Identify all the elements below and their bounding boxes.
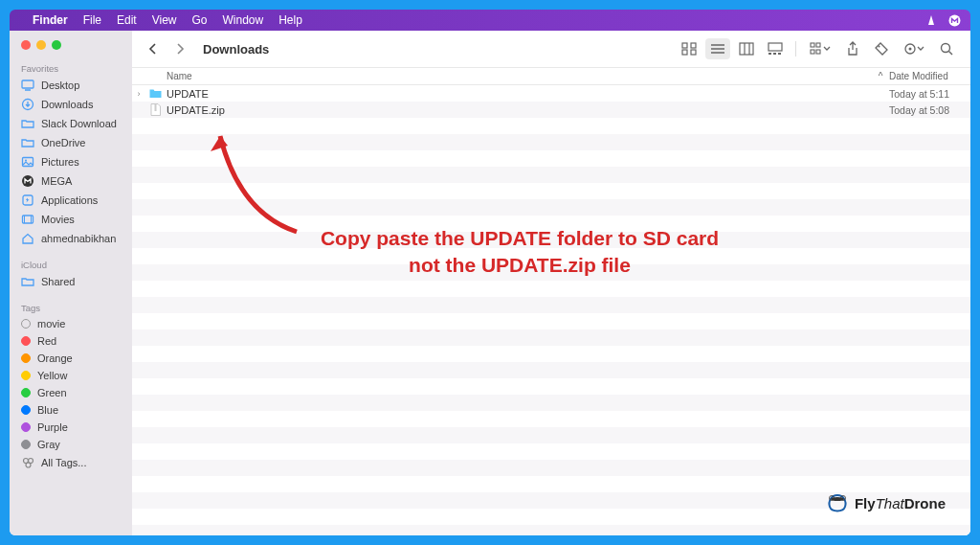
sidebar-item-downloads[interactable]: Downloads <box>10 95 132 114</box>
sidebar-item-shared[interactable]: Shared <box>10 272 132 291</box>
share-button[interactable] <box>840 38 865 59</box>
svg-rect-25 <box>768 53 771 55</box>
view-list-button[interactable] <box>705 38 730 59</box>
view-columns-button[interactable] <box>734 38 759 59</box>
sidebar-item-desktop[interactable]: Desktop <box>10 76 132 95</box>
tags-header: Tags <box>10 299 132 315</box>
zip-file-icon <box>149 103 162 116</box>
sidebar-item-pictures[interactable]: Pictures <box>10 152 132 171</box>
sidebar-label: OneDrive <box>41 137 85 148</box>
svg-rect-17 <box>691 50 696 55</box>
menu-go[interactable]: Go <box>192 13 208 27</box>
close-button[interactable] <box>21 40 31 50</box>
tag-label: Gray <box>37 439 60 450</box>
sidebar-label: Pictures <box>41 156 79 168</box>
svg-rect-27 <box>778 53 781 55</box>
sidebar-item-movies[interactable]: Movies <box>10 210 132 229</box>
watermark-text: FlyThatDrone <box>855 495 946 511</box>
sidebar-item-home[interactable]: ahmednabikhan <box>10 229 132 248</box>
toolbar: Downloads <box>132 31 970 67</box>
tag-dot-icon <box>21 422 31 432</box>
sidebar-item-onedrive[interactable]: OneDrive <box>10 133 132 152</box>
tag-dot-icon <box>21 405 31 415</box>
column-name[interactable]: Name <box>132 71 872 81</box>
sidebar-tag-item[interactable]: Orange <box>10 350 132 367</box>
disclosure-triangle-icon[interactable]: › <box>132 89 145 99</box>
sidebar-tag-item[interactable]: Red <box>10 332 132 350</box>
search-button[interactable] <box>934 38 959 59</box>
favorites-header: Favorites <box>10 59 132 76</box>
pictures-icon <box>21 155 34 169</box>
group-by-button[interactable] <box>804 38 836 59</box>
sidebar-item-applications[interactable]: Applications <box>10 191 132 210</box>
tag-label: Red <box>37 335 56 347</box>
minimize-button[interactable] <box>36 40 46 50</box>
file-row-folder[interactable]: › UPDATE Today at 5:11 <box>132 85 970 102</box>
svg-rect-15 <box>691 43 696 48</box>
app-name[interactable]: Finder <box>33 13 68 27</box>
sidebar-label: MEGA <box>41 175 72 187</box>
tag-dot-icon <box>21 319 31 329</box>
sidebar-item-slack-download[interactable]: Slack Download <box>10 114 132 133</box>
tag-label: Orange <box>37 352 73 364</box>
sidebar-tag-item[interactable]: Purple <box>10 419 132 436</box>
sidebar-tag-item[interactable]: Blue <box>10 401 132 419</box>
action-button[interactable] <box>898 38 930 59</box>
icloud-header: iCloud <box>10 256 132 272</box>
sort-indicator-icon[interactable]: ^ <box>872 71 889 81</box>
zoom-button[interactable] <box>52 40 61 50</box>
folder-icon <box>21 117 34 130</box>
svg-point-34 <box>909 48 912 51</box>
svg-rect-14 <box>682 43 687 48</box>
folder-icon <box>21 136 34 149</box>
view-icons-button[interactable] <box>677 38 702 59</box>
file-row-zip[interactable]: UPDATE.zip Today at 5:08 <box>132 102 970 118</box>
tag-dot-icon <box>21 336 31 346</box>
svg-rect-16 <box>682 50 687 55</box>
sidebar-tag-item[interactable]: Yellow <box>10 367 132 384</box>
svg-rect-26 <box>773 53 776 55</box>
download-icon <box>21 98 34 111</box>
file-date: Today at 5:11 <box>889 88 970 100</box>
watermark: FlyThatDrone <box>824 489 946 516</box>
menu-help[interactable]: Help <box>278 13 302 27</box>
tag-button[interactable] <box>869 38 894 59</box>
view-gallery-button[interactable] <box>763 38 788 59</box>
menu-file[interactable]: File <box>83 13 101 27</box>
sidebar-label: All Tags... <box>41 457 87 468</box>
window-controls <box>10 40 132 59</box>
menu-window[interactable]: Window <box>223 13 264 27</box>
file-date: Today at 5:08 <box>889 104 970 116</box>
sidebar-tag-item[interactable]: movie <box>10 315 132 332</box>
tag-label: movie <box>37 318 65 329</box>
vlc-icon[interactable] <box>924 13 938 27</box>
column-date-modified[interactable]: Date Modified <box>889 71 970 81</box>
tag-label: Purple <box>37 421 68 433</box>
tag-label: Blue <box>37 404 58 416</box>
sidebar: Favorites Desktop Downloads Slack Downlo… <box>10 31 132 535</box>
sidebar-label: ahmednabikhan <box>41 233 116 244</box>
column-header-row: Name ^ Date Modified <box>132 67 970 85</box>
file-name: UPDATE.zip <box>167 104 225 116</box>
forward-button[interactable] <box>170 39 189 58</box>
svg-rect-28 <box>811 43 814 47</box>
svg-rect-4 <box>23 158 33 167</box>
sidebar-tag-item[interactable]: Gray <box>10 436 132 453</box>
svg-rect-24 <box>768 43 782 51</box>
file-list[interactable]: › UPDATE Today at 5:11 UPDATE.zip Today … <box>132 85 970 535</box>
back-button[interactable] <box>144 39 163 58</box>
menu-view[interactable]: View <box>152 13 177 27</box>
sidebar-tag-item[interactable]: Green <box>10 384 132 401</box>
menu-edit[interactable]: Edit <box>117 13 137 27</box>
svg-rect-30 <box>811 50 814 54</box>
sidebar-label: Applications <box>41 194 98 206</box>
svg-rect-31 <box>816 50 820 54</box>
sidebar-item-mega[interactable]: MEGA <box>10 171 132 191</box>
tag-dot-icon <box>21 388 31 397</box>
mega-status-icon[interactable] <box>947 13 961 27</box>
sidebar-all-tags[interactable]: All Tags... <box>10 453 132 472</box>
svg-line-36 <box>948 51 952 55</box>
tag-label: Green <box>37 387 67 398</box>
macos-menubar: Finder File Edit View Go Window Help <box>10 10 970 31</box>
svg-rect-37 <box>155 104 157 111</box>
